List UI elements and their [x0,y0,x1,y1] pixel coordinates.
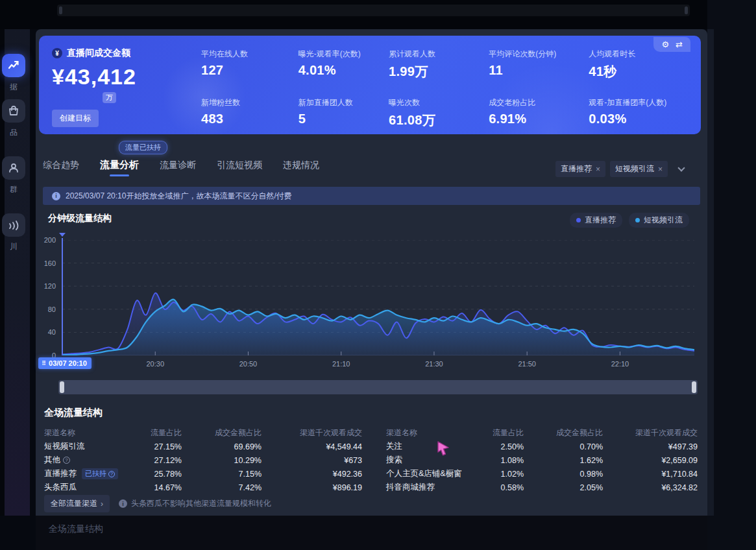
cell-traffic-share: 25.78% [128,470,182,479]
sidebar: 据 品 群 川 [0,29,30,516]
legend-live-recommend[interactable]: 直播推荐 [570,213,622,228]
help-circle-icon[interactable]: ? [63,457,70,464]
sidebar-item-data[interactable]: 据 [1,54,26,93]
channel-name: 抖音商城推荐 [386,482,435,493]
sidebar-item-qianchuan[interactable]: 川 [1,213,26,252]
minute-traffic-chart [62,240,694,355]
cell-gmv-share: 69.69% [182,442,262,451]
legend-dot [635,218,640,222]
x-axis-tick: 21:10 [332,360,350,368]
cell-rpm: ¥896.19 [262,483,362,492]
x-axis-tick: 20:30 [146,360,164,368]
cell-traffic-share: 27.12% [128,456,182,465]
metric-value: 0.03% [589,112,684,126]
cell-rpm: ¥673 [262,456,362,465]
channel-filter-select[interactable]: 直播推荐× 短视频引流× [555,161,688,177]
user-group-icon[interactable] [2,156,25,180]
gmv-title-row: ¥ 直播间成交金额 [52,47,136,59]
x-axis-tick: 22:10 [611,360,629,368]
cell-rpm: ¥2,659.09 [603,456,698,465]
create-goal-button[interactable]: 创建目标 [52,110,99,127]
metric-label: 成交老粉占比 [489,97,589,108]
sidebar-item-product[interactable]: 品 [1,99,26,138]
gmv-unit-badge: 万 [103,92,116,103]
col-header-traffic-share: 流量占比 [128,427,182,438]
scrollbar-left-handle[interactable] [59,6,62,14]
all-channels-label: 全部流量渠道 [51,498,97,509]
metric-value: 5 [299,112,389,126]
gmv-coin-icon: ¥ [52,48,62,58]
mouse-cursor [436,441,450,457]
kpi-metrics-grid: 平均在线人数127 曝光-观看率(次数)4.01% 累计观看人数1.99万 平均… [201,49,684,129]
filter-tag-short-video[interactable]: 短视频引流× [610,161,668,177]
time-range-slider[interactable] [58,380,698,394]
wave-signal-icon[interactable] [2,213,25,237]
cell-traffic-share: 14.67% [128,483,182,492]
trend-chart-icon[interactable] [2,54,25,77]
col-header-rpm: 渠道千次观看成交 [262,427,362,438]
col-header-channel: 渠道名称 [44,427,128,438]
info-icon: i [119,499,127,508]
help-circle-icon[interactable]: ? [108,471,115,477]
tab-traffic-analysis[interactable]: 流量分析 [100,159,139,178]
cell-gmv-share: 0.98% [524,470,603,479]
settings-gear-icon[interactable]: ⚙ [661,40,669,49]
sidebar-item-audience[interactable]: 群 [1,156,26,195]
slider-left-handle[interactable] [60,381,64,393]
traffic-table-left: 渠道名称 流量占比 成交金额占比 渠道千次观看成交 短视频引流 27.15% 6… [44,426,362,494]
x-axis-start-badge[interactable]: ⠿ 03/07 20:10 [38,357,91,369]
table-row-channel: 搜索 [386,455,483,466]
table-row-channel: 关注 [386,441,483,452]
metric-label: 平均在线人数 [201,49,299,60]
swap-metrics-icon[interactable]: ⇄ [676,40,683,49]
notice-text: 2025/03/07 20:10开始投放全域推广，故本场流量不区分自然/付费 [66,191,292,202]
table-row-channel: 其他? [44,455,128,466]
remove-tag-icon[interactable]: × [658,165,663,174]
y-axis-tick: 40 [48,328,56,336]
all-channels-button[interactable]: 全部流量渠道› [44,495,110,512]
tab-traffic-diagnosis[interactable]: 流量诊断 [160,160,196,178]
cell-rpm: ¥6,324.82 [603,483,698,492]
drag-handle-icon: ⠿ [42,361,46,366]
scrollbar-right-handle[interactable] [685,6,688,14]
cell-traffic-share: 0.58% [483,483,524,492]
cell-gmv-share: 1.62% [524,456,603,465]
next-section-title: 全场流量结构 [49,523,103,535]
legend-label: 直播推荐 [585,215,616,226]
slider-right-handle[interactable] [692,381,696,393]
remove-tag-icon[interactable]: × [596,165,600,174]
channel-name: 短视频引流 [44,441,85,452]
x-axis-tick: 21:30 [425,360,443,368]
kpi-metric: 观看-加直播团率(人数)0.03% [589,97,684,129]
axis-pointer-icon [59,233,66,237]
channel-name: 搜索 [386,455,402,466]
traffic-table-right: 渠道名称 流量占比 成交金额占比 渠道千次观看成交 关注 2.50% 0.70%… [386,426,698,494]
tab-violations[interactable]: 违规情况 [283,160,319,178]
legend-short-video[interactable]: 短视频引流 [629,213,689,228]
filter-tag-live-recommend[interactable]: 直播推荐× [555,161,605,177]
cell-rpm: ¥1,710.84 [603,470,698,479]
channel-name: 个人主页&店铺&橱窗 [386,468,462,479]
col-header-rpm: 渠道千次观看成交 [603,427,698,438]
col-header-gmv-share: 成交金额占比 [524,427,603,438]
shopping-bag-icon[interactable] [2,99,25,123]
y-axis-tick: 120 [44,282,56,290]
next-section: 全场流量结构 [36,516,707,550]
horizontal-scrollbar[interactable] [57,5,690,16]
chevron-down-icon[interactable] [677,164,685,171]
cell-gmv-share: 7.15% [182,470,262,479]
tab-overall-trend[interactable]: 综合趋势 [43,160,79,178]
x-axis-tick: 20:50 [239,360,258,368]
kpi-metric: 平均评论次数(分钟)11 [489,49,589,80]
metric-value: 483 [201,112,299,126]
chevron-right-icon: › [101,499,103,508]
y-axis-tick: 200 [44,236,56,244]
cell-gmv-share: 7.42% [182,483,262,492]
col-header-traffic-share: 流量占比 [483,427,524,438]
tab-drainage-short-video[interactable]: 引流短视频 [217,160,262,178]
sidebar-item-label: 品 [1,127,26,138]
traffic-chart-svg [62,240,694,355]
x-start-label: 03/07 20:10 [49,359,87,367]
kpi-metric: 人均观看时长41秒 [589,49,684,80]
y-axis-tick: 160 [44,259,56,267]
